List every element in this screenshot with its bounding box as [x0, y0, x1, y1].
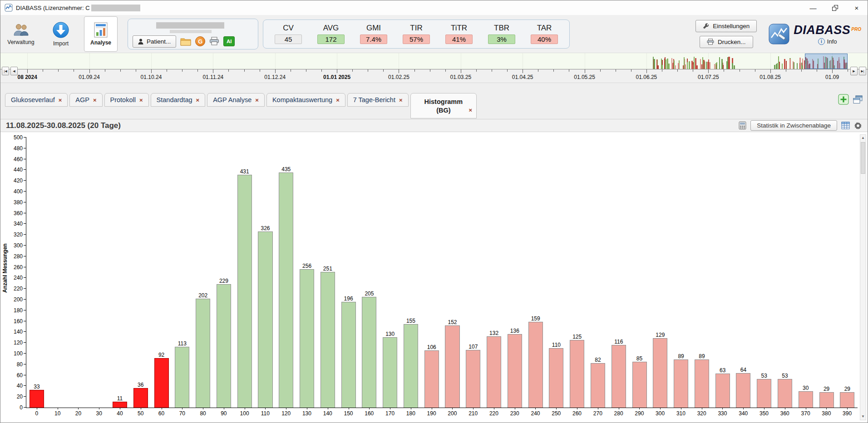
copy-stats-button[interactable]: Statistik in Zwischenablage: [750, 120, 837, 131]
stat-label: TiTR: [451, 24, 467, 33]
glucose-mark: [673, 63, 674, 69]
y-axis-label: 220: [14, 285, 23, 292]
timeline-tick-minor: [507, 69, 508, 72]
gear-icon[interactable]: [854, 122, 862, 130]
y-axis-label: 460: [14, 156, 23, 162]
stat-label: TIR: [410, 24, 422, 33]
add-tab-icon[interactable]: [838, 94, 849, 105]
x-axis-label: 330: [718, 410, 727, 417]
ai-badge-icon[interactable]: AI: [223, 36, 235, 46]
chart-scrollbar[interactable]: ▲ ▼: [860, 134, 866, 420]
stat-label: TAR: [537, 24, 552, 33]
glucose-mark: [679, 60, 680, 69]
tab-7-tage-bericht[interactable]: 7 Tage-Bericht×: [347, 93, 409, 107]
x-axis-label: 360: [780, 410, 789, 417]
x-axis-tick: [328, 408, 328, 409]
timeline-first-button[interactable]: |◀: [2, 67, 9, 75]
glucose-mark: [784, 59, 785, 69]
verwaltung-label: Verwaltung: [7, 39, 34, 45]
tab-close-icon[interactable]: ×: [469, 107, 473, 113]
bar-value-label: 196: [344, 295, 353, 302]
tab-close-icon[interactable]: ×: [336, 97, 340, 103]
tab-agp-analyse[interactable]: AGP Analyse×: [207, 93, 265, 107]
bar-value-label: 256: [302, 263, 311, 269]
timeline-prev-button[interactable]: ◀: [10, 67, 18, 75]
timeline-last-button[interactable]: ▶|: [859, 67, 866, 75]
timeline-next-button[interactable]: ▶: [850, 67, 858, 75]
glucose-mark: [719, 57, 720, 69]
einstellungen-button[interactable]: Einstellungen: [695, 20, 757, 32]
y-axis-label: 440: [14, 167, 23, 173]
cascade-windows-icon[interactable]: [853, 95, 863, 104]
histogram-column: 30: [795, 138, 816, 408]
scroll-up-icon[interactable]: ▲: [860, 135, 866, 141]
tab-close-icon[interactable]: ×: [255, 97, 259, 103]
printer-small-icon[interactable]: [209, 37, 219, 46]
timeline-selection[interactable]: [805, 54, 848, 69]
histogram-bar: [715, 374, 730, 408]
tab-close-icon[interactable]: ×: [93, 97, 97, 103]
tab-close-icon[interactable]: ×: [59, 97, 62, 103]
histogram-column: 89: [671, 138, 691, 408]
tab-kompaktauswertung[interactable]: Kompaktauswertung×: [266, 93, 345, 107]
verwaltung-button[interactable]: Verwaltung: [4, 16, 38, 52]
stat-value: 3%: [488, 34, 515, 44]
timeline-date-label: 01.07.25: [698, 74, 719, 80]
glucose-mark: [734, 65, 735, 69]
import-button[interactable]: Import: [44, 16, 78, 52]
scrollbar-thumb[interactable]: [861, 142, 865, 174]
tab-protokoll[interactable]: Protokoll×: [104, 93, 149, 107]
x-axis-label: 0: [35, 410, 39, 417]
tab-close-icon[interactable]: ×: [399, 97, 403, 103]
tab-label: Kompaktauswertung: [272, 96, 332, 103]
glucose-mark: [657, 65, 659, 69]
histogram-column: 82: [587, 138, 608, 408]
histogram-bar: [445, 325, 459, 408]
app-icon: [5, 4, 13, 12]
stat-label: AVG: [323, 24, 339, 33]
x-axis-tick: [806, 408, 806, 409]
x-axis-tick: [473, 408, 473, 409]
x-axis-tick: [598, 408, 598, 409]
histogram-column: 130: [380, 138, 400, 408]
x-axis-label: 140: [323, 410, 332, 417]
drucken-button[interactable]: Drucken...: [700, 36, 753, 48]
maximize-button[interactable]: [824, 0, 846, 15]
timeline[interactable]: |◀ ◀ ▶ ▶| 08 202401.09.2401.10.2401.11.2…: [0, 53, 868, 83]
timeline-tick-minor: [368, 69, 368, 72]
table-icon[interactable]: [841, 122, 850, 129]
tab-glukoseverlauf[interactable]: Glukoseverlauf×: [5, 93, 68, 107]
patient-button[interactable]: Patient...: [133, 35, 176, 48]
bar-value-label: 129: [656, 332, 665, 338]
tab-close-icon[interactable]: ×: [196, 97, 200, 103]
close-button[interactable]: ×: [846, 0, 868, 15]
folder-icon[interactable]: [180, 37, 191, 46]
histogram-column: [89, 138, 109, 408]
tab-standardtag[interactable]: Standardtag×: [151, 93, 206, 107]
y-axis-label: 360: [14, 210, 23, 216]
histogram-column: 132: [483, 138, 504, 408]
tab-histogramm[interactable]: Histogramm(BG)×: [410, 93, 477, 118]
glucose-mark: [685, 64, 686, 69]
x-axis-label: 240: [531, 410, 540, 417]
bar-value-label: 132: [489, 330, 498, 336]
scroll-down-icon[interactable]: ▼: [860, 413, 866, 420]
histogram-column: 196: [338, 138, 359, 408]
glucose-mark: [683, 65, 684, 69]
stat-value: 41%: [445, 34, 473, 44]
minimize-button[interactable]: —: [802, 0, 824, 15]
tab-label: AGP: [75, 96, 89, 103]
y-axis-label: 140: [14, 329, 23, 335]
info-button[interactable]: i Info: [794, 38, 861, 45]
report-icon: [94, 22, 108, 38]
tab-agp[interactable]: AGP×: [69, 93, 102, 107]
calculator-icon[interactable]: [739, 121, 746, 130]
tab-close-icon[interactable]: ×: [139, 97, 143, 103]
timeline-tick-major: [461, 69, 461, 73]
histogram-column: 106: [421, 138, 442, 408]
g-badge-icon[interactable]: G: [195, 36, 205, 46]
histogram-column: 63: [712, 138, 733, 408]
timeline-tick-major: [585, 69, 585, 73]
analyse-button[interactable]: Analyse: [84, 16, 118, 52]
bar-value-label: 152: [448, 319, 457, 325]
